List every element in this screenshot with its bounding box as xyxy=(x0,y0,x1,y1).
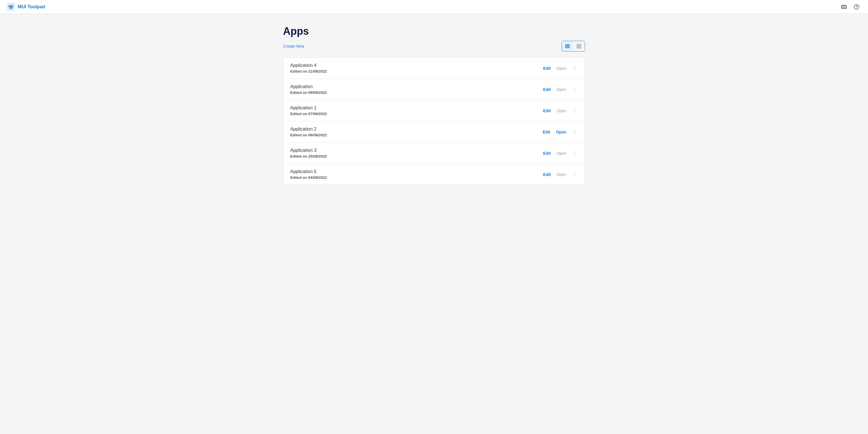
svg-point-39 xyxy=(575,133,575,134)
svg-point-44 xyxy=(575,174,575,175)
app-date: Edited on 06/09/2022 xyxy=(290,133,327,137)
svg-point-40 xyxy=(575,151,575,152)
list-view-icon xyxy=(565,43,570,49)
more-vertical-icon xyxy=(572,151,577,156)
svg-point-36 xyxy=(575,112,575,113)
app-name: Application 2 xyxy=(290,127,327,132)
main-content: Apps Create New xyxy=(276,14,592,197)
open-button[interactable]: Open xyxy=(556,86,567,93)
edit-button[interactable]: Edit xyxy=(542,171,551,178)
svg-rect-26 xyxy=(577,47,578,48)
app-info: Application 3 Edited on 25/08/2022 xyxy=(290,148,327,158)
more-options-button[interactable] xyxy=(571,107,578,115)
edit-button[interactable]: Edit xyxy=(542,150,551,157)
navbar-left: MUI Toolpad xyxy=(7,3,45,11)
edit-button[interactable]: Edit xyxy=(542,129,551,135)
app-name: Application 1 xyxy=(290,105,327,111)
navbar-right xyxy=(839,2,861,11)
more-vertical-icon xyxy=(572,108,577,113)
grid-view-icon xyxy=(577,43,582,49)
app-info: Application Edited on 09/09/2022 xyxy=(290,84,327,95)
app-actions: Edit Open xyxy=(542,171,578,178)
create-new-link[interactable]: Create New xyxy=(283,44,304,49)
more-options-button[interactable] xyxy=(571,86,578,93)
more-options-button[interactable] xyxy=(571,65,578,72)
app-actions: Edit Open xyxy=(542,150,578,157)
edit-button[interactable]: Edit xyxy=(542,86,551,93)
open-button[interactable]: Open xyxy=(556,150,567,157)
svg-rect-27 xyxy=(580,47,581,48)
more-vertical-icon xyxy=(572,66,577,71)
keyboard-icon xyxy=(841,4,847,10)
app-name: Application 4 xyxy=(290,63,327,68)
svg-point-34 xyxy=(575,109,575,110)
app-date: Edited on 25/08/2022 xyxy=(290,154,327,158)
app-actions: Edit Open xyxy=(542,86,578,93)
svg-rect-25 xyxy=(580,44,581,45)
list-view-button[interactable] xyxy=(562,41,573,51)
open-button[interactable]: Open xyxy=(556,171,567,178)
svg-point-28 xyxy=(575,66,575,67)
svg-point-35 xyxy=(575,110,575,111)
app-info: Application 4 Edited on 21/09/2022 xyxy=(290,63,327,73)
app-date: Edited on 21/09/2022 xyxy=(290,69,327,73)
more-options-button[interactable] xyxy=(571,128,578,136)
help-button[interactable] xyxy=(852,2,861,11)
app-info: Application 2 Edited on 06/09/2022 xyxy=(290,127,327,137)
grid-view-button[interactable] xyxy=(573,41,585,51)
app-info: Application 1 Edited on 07/09/2022 xyxy=(290,105,327,116)
help-icon xyxy=(854,4,859,10)
app-list-item: Application Edited on 09/09/2022 Edit Op… xyxy=(283,79,585,100)
app-list: Application 4 Edited on 21/09/2022 Edit … xyxy=(283,57,585,185)
app-date: Edited on 07/09/2022 xyxy=(290,112,327,116)
svg-point-43 xyxy=(575,173,575,173)
more-vertical-icon xyxy=(572,129,577,135)
more-vertical-icon xyxy=(572,172,577,177)
svg-point-31 xyxy=(575,88,575,88)
svg-point-42 xyxy=(575,154,575,155)
open-button[interactable]: Open xyxy=(556,107,567,114)
app-actions: Edit Open xyxy=(542,65,578,72)
app-actions: Edit Open xyxy=(542,128,578,136)
app-info: Application 5 Edited on 04/08/2022 xyxy=(290,169,327,180)
svg-point-30 xyxy=(575,69,575,70)
app-list-item: Application 4 Edited on 21/09/2022 Edit … xyxy=(283,58,585,79)
open-button[interactable]: Open xyxy=(556,65,567,72)
app-list-item: Application 2 Edited on 06/09/2022 Edit … xyxy=(283,121,585,143)
svg-point-37 xyxy=(575,130,575,131)
logo-icon xyxy=(7,3,15,11)
app-list-item: Application 3 Edited on 25/08/2022 Edit … xyxy=(283,143,585,164)
svg-point-45 xyxy=(575,176,575,176)
edit-button[interactable]: Edit xyxy=(542,65,551,72)
svg-point-38 xyxy=(575,131,575,132)
app-list-item: Application 5 Edited on 04/08/2022 Edit … xyxy=(283,164,585,185)
svg-rect-9 xyxy=(842,5,846,8)
app-name: Application 3 xyxy=(290,148,327,153)
app-list-item: Application 1 Edited on 07/09/2022 Edit … xyxy=(283,100,585,121)
app-date: Edited on 09/09/2022 xyxy=(290,90,327,95)
svg-point-41 xyxy=(575,153,575,153)
svg-rect-24 xyxy=(577,44,578,45)
app-name: Application xyxy=(290,84,327,89)
navbar-brand-title: MUI Toolpad xyxy=(18,4,45,9)
keyboard-shortcut-button[interactable] xyxy=(839,2,848,11)
more-options-button[interactable] xyxy=(571,171,578,178)
svg-point-32 xyxy=(575,89,575,90)
more-options-button[interactable] xyxy=(571,150,578,157)
open-button[interactable]: Open xyxy=(555,129,567,135)
svg-point-33 xyxy=(575,91,575,91)
toolbar: Create New xyxy=(283,41,585,52)
app-date: Edited on 04/08/2022 xyxy=(290,175,327,180)
view-toggle xyxy=(561,41,585,52)
navbar: MUI Toolpad xyxy=(0,0,868,14)
app-actions: Edit Open xyxy=(542,107,578,115)
edit-button[interactable]: Edit xyxy=(542,107,551,114)
svg-rect-1 xyxy=(842,5,846,9)
more-vertical-icon xyxy=(572,87,577,92)
app-name: Application 5 xyxy=(290,169,327,174)
svg-point-29 xyxy=(575,68,575,68)
page-title: Apps xyxy=(283,25,585,37)
